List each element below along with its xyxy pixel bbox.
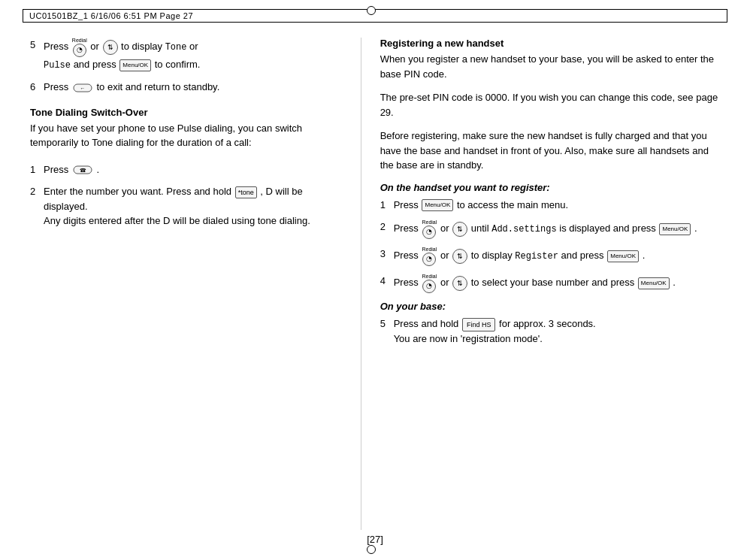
right-step-3-num: 3 <box>380 247 394 262</box>
tone-step-2-num: 2 <box>30 184 44 199</box>
page-container: UC01501BZ_1 6/16/06 6:51 PM Page 27 5 Pr… <box>0 0 750 560</box>
step-6: 6 Press ← to exit and return to standby. <box>30 80 346 95</box>
right-step-4-num: 4 <box>380 274 394 289</box>
right-step-2-num: 2 <box>380 219 394 235</box>
on-base-heading: On your base: <box>380 301 720 312</box>
tone-step-1-num: 1 <box>30 162 44 177</box>
menu-ok-icon-step5: Menu/OK <box>119 59 151 71</box>
left-column: 5 Press Redial ◔ or ⇅ to display Tone or… <box>30 38 361 530</box>
menu-ok-icon-r1: Menu/OK <box>422 199 453 211</box>
right-step-1-content: Press Menu/OK to access the main menu. <box>394 198 720 213</box>
right-column: Registering a new handset When you regis… <box>361 38 720 530</box>
right-step-1: 1 Press Menu/OK to access the main menu. <box>380 198 720 213</box>
register-para2: The pre-set PIN code is 0000. If you wis… <box>380 90 720 120</box>
on-handset-heading: On the handset you want to register: <box>380 182 720 193</box>
tone-dialing-heading: Tone Dialing Switch-Over <box>30 107 346 118</box>
base-step-5: 5 Press and hold Find HS for approx. 3 s… <box>380 316 720 346</box>
tone-step-1-content: Press ☎ . <box>44 162 346 177</box>
step-5-content: Press Redial ◔ or ⇅ to display Tone or P… <box>44 38 346 72</box>
redial-icon-r3: Redial ◔ <box>422 247 437 266</box>
bottom-circle-marker <box>367 545 376 554</box>
right-step-3: 3 Press Redial ◔ or ⇅ to display Registe… <box>380 247 720 266</box>
right-step-4-content: Press Redial ◔ or ⇅ to select your base … <box>394 274 720 293</box>
menu-ok-icon-r2: Menu/OK <box>659 223 691 235</box>
svg-text:☎: ☎ <box>79 168 86 173</box>
tone-step-2: 2 Enter the number you want. Press and h… <box>30 184 346 229</box>
tone-step-1: 1 Press ☎ . <box>30 162 346 177</box>
right-step-2: 2 Press Redial ◔ or ⇅ until Add.settings… <box>380 219 720 239</box>
register-para3: Before registering, make sure the new ha… <box>380 129 720 173</box>
step-6-num: 6 <box>30 80 44 95</box>
register-heading: Registering a new handset <box>380 38 720 49</box>
right-step-3-content: Press Redial ◔ or ⇅ to display Register … <box>394 247 720 266</box>
step-5: 5 Press Redial ◔ or ⇅ to display Tone or… <box>30 38 346 72</box>
top-circle-marker <box>367 6 376 15</box>
step-6-content: Press ← to exit and return to standby. <box>44 80 346 95</box>
right-step-2-content: Press Redial ◔ or ⇅ until Add.settings i… <box>394 219 720 239</box>
find-hs-icon: Find HS <box>462 318 496 331</box>
up-icon-r4: ⇅ <box>452 276 467 291</box>
page-number: [27] <box>0 534 750 545</box>
up-icon-r2: ⇅ <box>452 222 467 237</box>
right-step-1-num: 1 <box>380 198 394 213</box>
base-step-5-content: Press and hold Find HS for approx. 3 sec… <box>394 316 720 346</box>
register-para1: When you register a new handset to your … <box>380 52 720 81</box>
svg-text:←: ← <box>80 86 85 91</box>
redial-icon-r2: Redial ◔ <box>422 219 437 239</box>
tone-dialing-paragraph: If you have set your phone to use Pulse … <box>30 121 346 150</box>
up-icon-step5: ⇅ <box>103 40 118 55</box>
base-step-5-num: 5 <box>380 316 394 331</box>
redial-icon-step5: Redial ◔ <box>72 38 87 57</box>
end-call-icon: ← <box>73 82 92 94</box>
call-icon-tone-step1: ☎ <box>73 164 92 176</box>
tone-step-2-content: Enter the number you want. Press and hol… <box>44 184 346 229</box>
redial-icon-r4: Redial ◔ <box>422 274 437 293</box>
tone-dialing-section: Tone Dialing Switch-Over If you have set… <box>30 107 346 150</box>
menu-ok-icon-r3: Menu/OK <box>607 250 639 262</box>
step-5-num: 5 <box>30 38 44 53</box>
right-step-4: 4 Press Redial ◔ or ⇅ to select your bas… <box>380 274 720 293</box>
asterisk-tone-icon: *tone <box>235 186 257 198</box>
header-text: UC01501BZ_1 6/16/06 6:51 PM Page 27 <box>29 11 193 20</box>
up-icon-r3: ⇅ <box>452 249 467 264</box>
menu-ok-icon-r4: Menu/OK <box>638 277 670 289</box>
content-area: 5 Press Redial ◔ or ⇅ to display Tone or… <box>30 38 720 530</box>
